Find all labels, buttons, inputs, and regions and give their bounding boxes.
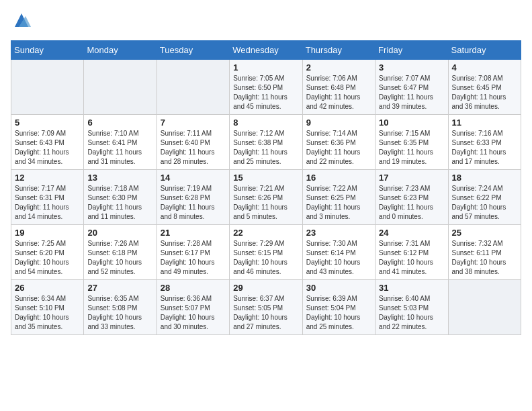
calendar-week-row: 12Sunrise: 7:17 AM Sunset: 6:31 PM Dayli… [11, 170, 521, 225]
day-info: Sunrise: 6:37 AM Sunset: 5:05 PM Dayligh… [233, 294, 298, 332]
day-number: 2 [306, 62, 371, 73]
day-info: Sunrise: 7:21 AM Sunset: 6:26 PM Dayligh… [233, 184, 298, 222]
calendar-cell: 10Sunrise: 7:15 AM Sunset: 6:35 PM Dayli… [375, 115, 448, 170]
day-info: Sunrise: 7:09 AM Sunset: 6:43 PM Dayligh… [15, 129, 80, 167]
day-info: Sunrise: 7:30 AM Sunset: 6:14 PM Dayligh… [306, 239, 371, 277]
day-number: 10 [379, 118, 444, 128]
day-info: Sunrise: 7:08 AM Sunset: 6:45 PM Dayligh… [452, 74, 517, 111]
day-info: Sunrise: 6:34 AM Sunset: 5:10 PM Dayligh… [15, 294, 80, 332]
calendar-cell: 29Sunrise: 6:37 AM Sunset: 5:05 PM Dayli… [230, 280, 302, 335]
calendar-table: SundayMondayTuesdayWednesdayThursdayFrid… [11, 40, 521, 335]
calendar-cell [11, 60, 84, 115]
calendar-cell: 8Sunrise: 7:12 AM Sunset: 6:38 PM Daylig… [230, 115, 302, 170]
day-info: Sunrise: 7:24 AM Sunset: 6:22 PM Dayligh… [452, 184, 517, 222]
day-number: 22 [233, 228, 298, 238]
calendar-cell: 27Sunrise: 6:35 AM Sunset: 5:08 PM Dayli… [84, 280, 157, 335]
calendar-cell: 20Sunrise: 7:26 AM Sunset: 6:18 PM Dayli… [84, 225, 157, 280]
day-info: Sunrise: 7:15 AM Sunset: 6:35 PM Dayligh… [379, 129, 444, 167]
calendar-cell: 23Sunrise: 7:30 AM Sunset: 6:14 PM Dayli… [302, 225, 375, 280]
weekday-header: Wednesday [230, 41, 302, 60]
day-number: 12 [15, 173, 80, 183]
weekday-header: Thursday [302, 41, 375, 60]
day-info: Sunrise: 7:29 AM Sunset: 6:15 PM Dayligh… [233, 239, 298, 277]
weekday-header: Monday [84, 41, 157, 60]
day-info: Sunrise: 7:18 AM Sunset: 6:30 PM Dayligh… [87, 184, 152, 222]
day-info: Sunrise: 7:12 AM Sunset: 6:38 PM Dayligh… [233, 129, 298, 167]
calendar-cell: 4Sunrise: 7:08 AM Sunset: 6:45 PM Daylig… [448, 60, 521, 115]
weekday-header: Sunday [11, 41, 84, 60]
calendar-cell: 28Sunrise: 6:36 AM Sunset: 5:07 PM Dayli… [157, 280, 229, 335]
calendar-cell: 11Sunrise: 7:16 AM Sunset: 6:33 PM Dayli… [448, 115, 521, 170]
day-info: Sunrise: 6:40 AM Sunset: 5:03 PM Dayligh… [379, 294, 444, 332]
day-info: Sunrise: 7:28 AM Sunset: 6:17 PM Dayligh… [161, 239, 226, 277]
day-info: Sunrise: 7:32 AM Sunset: 6:11 PM Dayligh… [452, 239, 517, 277]
day-number: 6 [87, 118, 152, 128]
day-info: Sunrise: 7:17 AM Sunset: 6:31 PM Dayligh… [15, 184, 80, 222]
day-info: Sunrise: 7:11 AM Sunset: 6:40 PM Dayligh… [161, 129, 226, 167]
calendar-cell: 12Sunrise: 7:17 AM Sunset: 6:31 PM Dayli… [11, 170, 84, 225]
day-number: 5 [15, 118, 80, 128]
day-info: Sunrise: 7:23 AM Sunset: 6:23 PM Dayligh… [379, 184, 444, 222]
weekday-header: Friday [375, 41, 448, 60]
calendar-week-row: 19Sunrise: 7:25 AM Sunset: 6:20 PM Dayli… [11, 225, 521, 280]
calendar-cell: 9Sunrise: 7:14 AM Sunset: 6:36 PM Daylig… [302, 115, 375, 170]
calendar-cell: 2Sunrise: 7:06 AM Sunset: 6:48 PM Daylig… [302, 60, 375, 115]
day-number: 4 [452, 62, 517, 73]
day-number: 16 [306, 173, 371, 183]
day-info: Sunrise: 7:26 AM Sunset: 6:18 PM Dayligh… [87, 239, 152, 277]
day-number: 14 [161, 173, 226, 183]
day-info: Sunrise: 6:35 AM Sunset: 5:08 PM Dayligh… [87, 294, 152, 332]
calendar-cell: 30Sunrise: 6:39 AM Sunset: 5:04 PM Dayli… [302, 280, 375, 335]
day-number: 27 [87, 283, 152, 293]
weekday-header: Saturday [448, 41, 521, 60]
calendar-cell [448, 280, 521, 335]
calendar-cell: 15Sunrise: 7:21 AM Sunset: 6:26 PM Dayli… [230, 170, 302, 225]
day-number: 13 [87, 173, 152, 183]
calendar-cell [157, 60, 229, 115]
day-info: Sunrise: 7:07 AM Sunset: 6:47 PM Dayligh… [379, 74, 444, 111]
calendar-cell: 14Sunrise: 7:19 AM Sunset: 6:28 PM Dayli… [157, 170, 229, 225]
day-number: 9 [306, 118, 371, 128]
day-info: Sunrise: 7:10 AM Sunset: 6:41 PM Dayligh… [87, 129, 152, 167]
day-number: 3 [379, 62, 444, 73]
calendar-cell: 22Sunrise: 7:29 AM Sunset: 6:15 PM Dayli… [230, 225, 302, 280]
day-info: Sunrise: 7:19 AM Sunset: 6:28 PM Dayligh… [161, 184, 226, 222]
page-header [11, 11, 521, 32]
calendar-cell: 31Sunrise: 6:40 AM Sunset: 5:03 PM Dayli… [375, 280, 448, 335]
day-number: 20 [87, 228, 152, 238]
day-info: Sunrise: 7:22 AM Sunset: 6:25 PM Dayligh… [306, 184, 371, 222]
calendar-cell: 18Sunrise: 7:24 AM Sunset: 6:22 PM Dayli… [448, 170, 521, 225]
day-number: 21 [161, 228, 226, 238]
day-info: Sunrise: 7:06 AM Sunset: 6:48 PM Dayligh… [306, 74, 371, 111]
day-number: 8 [233, 118, 298, 128]
day-info: Sunrise: 7:16 AM Sunset: 6:33 PM Dayligh… [452, 129, 517, 167]
calendar-cell: 1Sunrise: 7:05 AM Sunset: 6:50 PM Daylig… [230, 60, 302, 115]
day-number: 29 [233, 283, 298, 293]
day-number: 25 [452, 228, 517, 238]
calendar-cell: 13Sunrise: 7:18 AM Sunset: 6:30 PM Dayli… [84, 170, 157, 225]
day-number: 1 [233, 62, 298, 73]
day-info: Sunrise: 6:39 AM Sunset: 5:04 PM Dayligh… [306, 294, 371, 332]
day-info: Sunrise: 7:31 AM Sunset: 6:12 PM Dayligh… [379, 239, 444, 277]
calendar-cell: 16Sunrise: 7:22 AM Sunset: 6:25 PM Dayli… [302, 170, 375, 225]
day-number: 15 [233, 173, 298, 183]
calendar-week-row: 5Sunrise: 7:09 AM Sunset: 6:43 PM Daylig… [11, 115, 521, 170]
calendar-cell: 21Sunrise: 7:28 AM Sunset: 6:17 PM Dayli… [157, 225, 229, 280]
calendar-cell: 19Sunrise: 7:25 AM Sunset: 6:20 PM Dayli… [11, 225, 84, 280]
calendar-cell: 7Sunrise: 7:11 AM Sunset: 6:40 PM Daylig… [157, 115, 229, 170]
day-number: 18 [452, 173, 517, 183]
day-number: 19 [15, 228, 80, 238]
calendar-cell: 26Sunrise: 6:34 AM Sunset: 5:10 PM Dayli… [11, 280, 84, 335]
weekday-header-row: SundayMondayTuesdayWednesdayThursdayFrid… [11, 41, 521, 60]
day-number: 28 [161, 283, 226, 293]
calendar-cell: 24Sunrise: 7:31 AM Sunset: 6:12 PM Dayli… [375, 225, 448, 280]
calendar-cell: 3Sunrise: 7:07 AM Sunset: 6:47 PM Daylig… [375, 60, 448, 115]
day-number: 11 [452, 118, 517, 128]
day-number: 17 [379, 173, 444, 183]
day-number: 26 [15, 283, 80, 293]
calendar-cell: 25Sunrise: 7:32 AM Sunset: 6:11 PM Dayli… [448, 225, 521, 280]
logo [11, 11, 31, 32]
day-info: Sunrise: 7:05 AM Sunset: 6:50 PM Dayligh… [233, 74, 298, 111]
calendar-cell: 6Sunrise: 7:10 AM Sunset: 6:41 PM Daylig… [84, 115, 157, 170]
day-number: 31 [379, 283, 444, 293]
